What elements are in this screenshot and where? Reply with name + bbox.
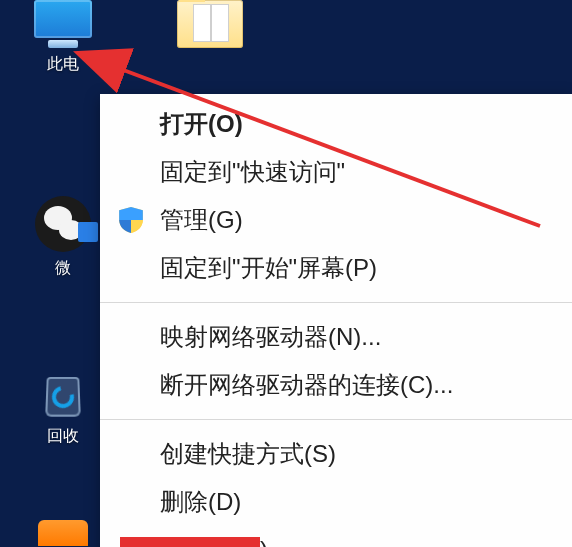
desktop-icon-this-pc[interactable]: 此电 bbox=[18, 0, 108, 75]
desktop-icon-recycle-bin[interactable]: 回收 bbox=[18, 370, 108, 447]
menu-item-pin-quick-access[interactable]: 固定到"快速访问" bbox=[100, 148, 572, 196]
folder-icon bbox=[177, 0, 243, 48]
menu-item-delete[interactable]: 删除(D) bbox=[100, 478, 572, 526]
menu-item-label: 管理(G) bbox=[160, 204, 243, 236]
shield-icon bbox=[118, 206, 144, 234]
menu-item-label: 断开网络驱动器的连接(C)... bbox=[160, 369, 453, 401]
menu-item-pin-start[interactable]: 固定到"开始"屏幕(P) bbox=[100, 244, 572, 292]
desktop-icon-partial[interactable] bbox=[18, 520, 108, 546]
shortcut-arrow-icon bbox=[78, 222, 98, 242]
menu-item-label: 打开(O) bbox=[160, 108, 243, 140]
this-pc-label: 此电 bbox=[47, 54, 79, 75]
recycle-bin-icon bbox=[38, 370, 88, 420]
context-menu: 打开(O) 固定到"快速访问" 管理(G) 固定到"开始"屏幕(P) 映射网络驱… bbox=[100, 94, 572, 547]
wechat-label: 微 bbox=[55, 258, 71, 279]
menu-separator bbox=[100, 302, 572, 303]
menu-item-label: 映射网络驱动器(N)... bbox=[160, 321, 381, 353]
recycle-bin-label: 回收 bbox=[47, 426, 79, 447]
menu-item-open[interactable]: 打开(O) bbox=[100, 100, 572, 148]
menu-item-manage[interactable]: 管理(G) bbox=[100, 196, 572, 244]
annotation-highlight-bar bbox=[120, 537, 260, 547]
menu-item-label: 固定到"快速访问" bbox=[160, 156, 345, 188]
menu-separator bbox=[100, 419, 572, 420]
flame-icon bbox=[38, 520, 88, 546]
desktop: 此电 微 回收 打开(O) 固定到"快速访问" bbox=[0, 0, 572, 547]
menu-item-map-network-drive[interactable]: 映射网络驱动器(N)... bbox=[100, 313, 572, 361]
menu-item-label: 固定到"开始"屏幕(P) bbox=[160, 252, 377, 284]
menu-item-disconnect-network-drive[interactable]: 断开网络驱动器的连接(C)... bbox=[100, 361, 572, 409]
menu-item-create-shortcut[interactable]: 创建快捷方式(S) bbox=[100, 430, 572, 478]
desktop-icon-folder[interactable] bbox=[165, 0, 255, 48]
menu-item-label: 删除(D) bbox=[160, 486, 241, 518]
menu-item-label: 创建快捷方式(S) bbox=[160, 438, 336, 470]
this-pc-icon bbox=[34, 0, 92, 48]
